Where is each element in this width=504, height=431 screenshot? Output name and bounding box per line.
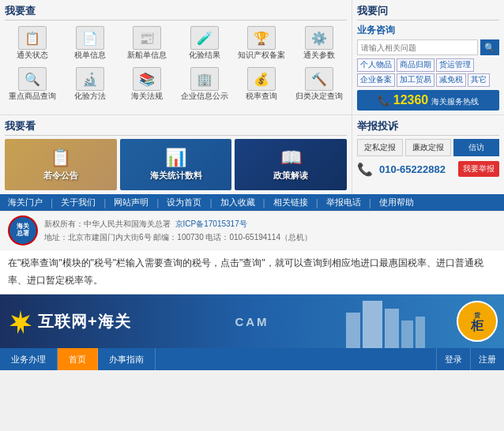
bottom-nav-register[interactable]: 注册 — [470, 348, 504, 370]
svg-marker-0 — [9, 310, 32, 334]
footer-info: 海关总署 新权所有：中华人民共和国海关总署 京ICP备17015317号 地址：… — [0, 211, 504, 250]
middle-row: 我要看 📋 若令公告 📊 海关统计数料 📖 政策解读 举报投诉 定 — [0, 114, 504, 194]
faq-row: 🔍 — [357, 39, 499, 55]
tongji-label: 海关统计数料 — [150, 170, 202, 182]
building-silhouette — [346, 301, 425, 348]
footer-addr-line: 地址：北京市建国门内大街6号 邮编：100730 电话：010-65194114… — [44, 230, 312, 244]
jubao-btn-lianzheng[interactable]: 廉政定报 — [405, 139, 451, 156]
banner-left-decor: 互联网+海关 — [0, 302, 139, 340]
common-questions: 个人物品 商品归期 货运管理 企业备案 加工贸易 减免税 其它 — [357, 58, 499, 87]
ruoling-label: 若令公告 — [43, 170, 78, 182]
haiguanfagui-label: 海关法规 — [131, 92, 163, 102]
nav-item-xiangguanlianjie[interactable]: 相关链接 — [273, 197, 308, 208]
phone-icon-jubao: 📞 — [357, 162, 373, 177]
icon-item-haiguanfagui[interactable]: 📚 海关法规 — [119, 65, 175, 104]
desc-section: 在"税率查询"模块的"税号"栏输入需要查询的税号，点击"查询"，就可以查询到相应… — [0, 250, 504, 294]
nav-separator-7: | — [369, 197, 371, 208]
jubao-contact-row: 📞 010-65222882 我要举报 — [357, 161, 499, 177]
shuidan-label: 税单信息 — [74, 51, 106, 61]
tongguanzhuangtai-label: 通关状态 — [17, 51, 48, 61]
qiye-label: 企业信息公示 — [181, 92, 228, 102]
cq-huoyunguanli[interactable]: 货运管理 — [436, 58, 474, 72]
icon-item-shuilv[interactable]: 💰 税率查询 — [234, 65, 290, 104]
nav-item-wangzhandeclare[interactable]: 网站声明 — [114, 197, 149, 208]
zhengce-icon: 📖 — [280, 148, 302, 168]
icon-item-huayanfangfa[interactable]: 🔬 化验方法 — [62, 65, 118, 104]
huayanfangfa-icon: 🔬 — [76, 67, 104, 91]
shuilv-icon: 💰 — [247, 67, 276, 91]
jubao-phone: 010-65222882 — [379, 163, 446, 175]
icon-item-zhishi[interactable]: 🏆 知识产权备案 — [234, 24, 290, 63]
bottom-banner: 互联网+海关 CAM 货 柜 — [0, 294, 504, 348]
icon-item-huayan[interactable]: 🧪 化验结果 — [177, 24, 233, 63]
bottom-nav-right: 登录 注册 — [436, 348, 504, 370]
icon-item-tongguanzhuangtai[interactable]: 📋 通关状态 — [5, 24, 61, 63]
nav-item-guanyuwomen[interactable]: 关于我们 — [61, 197, 96, 208]
bottom-nav-login[interactable]: 登录 — [436, 348, 470, 370]
nav-separator-6: | — [316, 197, 318, 208]
icon-item-guilei[interactable]: 🔨 归类决定查询 — [291, 65, 348, 104]
hotline-box[interactable]: 📞 12360 海关服务热线 — [357, 90, 499, 111]
woyaocha-section: 我要查 📋 通关状态 📄 税单信息 📰 新船单信息 🧪 化验结果 — [0, 0, 352, 114]
icon-item-shuidan[interactable]: 📄 税单信息 — [62, 24, 118, 63]
cq-qita[interactable]: 其它 — [468, 73, 490, 87]
shuidan-icon: 📄 — [76, 26, 104, 50]
nav-item-jubao[interactable]: 举报电话 — [326, 197, 361, 208]
icon-item-xinchuan[interactable]: 📰 新船单信息 — [119, 24, 175, 63]
huayanfangfa-label: 化验方法 — [74, 92, 106, 102]
bottom-nav-item-yewu[interactable]: 业务办理 — [0, 348, 58, 370]
haiguanfagui-icon: 📚 — [133, 67, 161, 91]
huayan-icon: 🧪 — [190, 26, 219, 50]
jubao-btn-xinfang[interactable]: 信访 — [453, 139, 499, 156]
jubao-title: 举报投诉 — [357, 119, 499, 136]
qiye-icon: 🏢 — [190, 67, 219, 91]
nav-separator-4: | — [209, 197, 212, 208]
icon-item-tongguancanshu[interactable]: ⚙️ 通关参数 — [291, 24, 348, 63]
nav-item-shewei[interactable]: 设为首页 — [167, 197, 201, 208]
tongji-icon: 📊 — [165, 148, 186, 168]
nav-item-haiguanmenhu[interactable]: 海关门户 — [8, 197, 43, 208]
cq-gerenwupin[interactable]: 个人物品 — [357, 58, 395, 72]
bottom-nav-item-shoye[interactable]: 首页 — [58, 348, 98, 370]
kan-grid: 📋 若令公告 📊 海关统计数料 📖 政策解读 — [5, 139, 347, 190]
cq-jiagonmaoy[interactable]: 加工贸易 — [397, 73, 434, 87]
woyaowen-section: 我要问 业务咨询 🔍 个人物品 商品归期 货运管理 企业备案 加工贸易 减免税 … — [352, 0, 504, 114]
zhishi-icon: 🏆 — [247, 26, 276, 50]
bottom-nav: 业务办理 首页 办事指南 登录 注册 — [0, 348, 504, 370]
faq-search-button[interactable]: 🔍 — [480, 39, 499, 55]
cq-jiamianshui[interactable]: 减免税 — [436, 73, 466, 87]
nav-separator-1: | — [51, 197, 53, 208]
cam-text: CAM — [235, 315, 269, 328]
nav-separator-2: | — [103, 197, 106, 208]
cq-shangpingui[interactable]: 商品归期 — [397, 58, 434, 72]
zhengce-label: 政策解读 — [273, 170, 308, 182]
hotline-number: 12360 — [393, 93, 429, 107]
top-row: 我要查 📋 通关状态 📄 税单信息 📰 新船单信息 🧪 化验结果 — [0, 0, 504, 114]
jubao-btn-dingsi[interactable]: 定私定报 — [357, 139, 403, 156]
nav-item-jiaru[interactable]: 加入收藏 — [220, 197, 255, 208]
zhongdian-icon: 🔍 — [18, 67, 47, 91]
woyaokan-section: 我要看 📋 若令公告 📊 海关统计数料 📖 政策解读 — [0, 115, 352, 194]
guilei-icon: 🔨 — [305, 67, 333, 91]
page-wrapper: 我要查 📋 通关状态 📄 税单信息 📰 新船单信息 🧪 化验结果 — [0, 0, 504, 431]
kan-item-ruoling[interactable]: 📋 若令公告 — [5, 139, 117, 190]
kan-item-tongji[interactable]: 📊 海关统计数料 — [120, 139, 232, 190]
banner-title: 互联网+海关 — [38, 311, 131, 332]
jubao-report-button[interactable]: 我要举报 — [458, 161, 499, 177]
huayan-label: 化验结果 — [189, 51, 220, 61]
icon-item-qiye[interactable]: 🏢 企业信息公示 — [177, 65, 233, 104]
business-consult-label: 业务咨询 — [357, 24, 499, 37]
icon-grid: 📋 通关状态 📄 税单信息 📰 新船单信息 🧪 化验结果 🏆 知识 — [5, 24, 347, 104]
woyaowen-title: 我要问 — [357, 4, 499, 21]
faq-input[interactable] — [357, 39, 478, 55]
bottom-nav-item-banshi[interactable]: 办事指南 — [98, 348, 156, 370]
gear-star-icon — [8, 309, 33, 334]
kan-item-zhengce[interactable]: 📖 政策解读 — [235, 139, 347, 190]
cq-qiyebei'an[interactable]: 企业备案 — [357, 73, 395, 87]
xinchuan-icon: 📰 — [133, 26, 161, 50]
nav-item-shiyong[interactable]: 使用帮助 — [379, 197, 414, 208]
shuilv-label: 税率查询 — [246, 92, 277, 102]
icon-item-zhongdian[interactable]: 🔍 重点商品查询 — [5, 65, 61, 104]
nav-separator-5: | — [263, 197, 265, 208]
desc-text: 在"税率查询"模块的"税号"栏输入需要查询的税号，点击"查询"，就可以查询到相应… — [8, 255, 496, 289]
